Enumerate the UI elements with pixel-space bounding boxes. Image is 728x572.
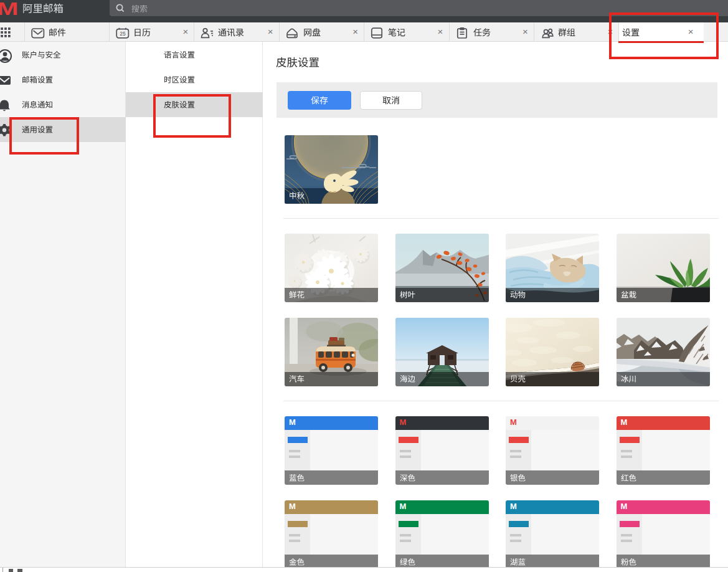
svg-text:25: 25	[120, 31, 126, 37]
